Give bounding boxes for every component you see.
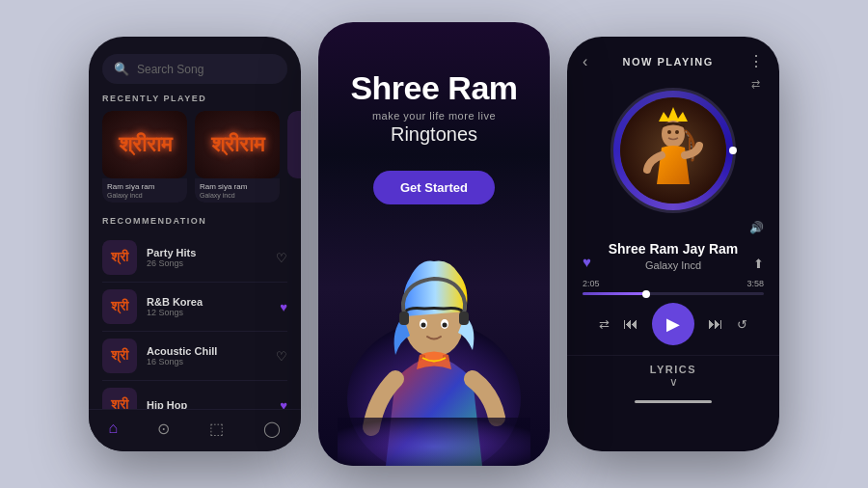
lyrics-label: LYRICS (567, 364, 779, 375)
repeat-button[interactable]: ↺ (737, 317, 747, 332)
shuffle-indicator: ⇄ (751, 78, 760, 91)
action-icons: ⬆ (753, 257, 764, 271)
song-title: Shree Ram Jay Ram (583, 240, 764, 258)
back-button[interactable]: ‹ (583, 53, 587, 70)
nav-inbox-icon[interactable]: ⬚ (209, 420, 224, 438)
album-art-2: श्रीराम (195, 111, 280, 178)
rec-title-4: Hip Hop (147, 399, 270, 409)
svg-point-6 (443, 323, 448, 328)
now-playing-header: ‹ NOW PLAYING ⋮ (567, 37, 779, 78)
phone-splash: Shree Ram make your life more live Ringt… (318, 22, 550, 466)
hero-ringtones: Ringtones (350, 123, 517, 146)
recently-played-list: श्रीराम Ram siya ram Galaxy incd श्रीराम… (89, 111, 301, 203)
album-title-2: Ram siya ram (200, 182, 275, 192)
hero-sub: make your life more live (350, 110, 517, 122)
nav-profile-icon[interactable]: ◯ (263, 420, 281, 438)
ram-text-1: श्रीराम (119, 134, 172, 155)
lyrics-section: LYRICS ∨ (567, 355, 779, 393)
volume-icon: 🔊 (749, 221, 764, 234)
rec-thumb-2: श्री (102, 289, 137, 324)
partial-number: 21 (287, 178, 301, 194)
shuffle-button[interactable]: ⇄ (599, 317, 610, 332)
now-playing-title: NOW PLAYING (623, 56, 714, 68)
rec-count-2: 12 Songs (147, 308, 270, 317)
scroll-indicator (635, 400, 712, 403)
album-info-1: Ram siya ram Galaxy incd (102, 178, 187, 203)
rec-thumb-4: श्री (102, 388, 137, 409)
rec-thumb-text-4: श्री (111, 397, 128, 409)
svg-rect-8 (459, 312, 469, 325)
song-info: ♥ Shree Ram Jay Ram Galaxy Incd ⬆ (567, 240, 779, 279)
time-total: 3:58 (746, 279, 764, 288)
rec-info-3: Acoustic Chill 16 Songs (147, 345, 266, 366)
hero-text: Shree Ram make your life more live Ringt… (331, 41, 536, 155)
rec-info-4: Hip Hop (147, 399, 270, 409)
play-icon: ▶ (666, 313, 680, 335)
progress-fill (583, 292, 646, 295)
rec-thumb-3: श्री (102, 339, 137, 373)
rec-info-1: Party Hits 26 Songs (147, 247, 266, 268)
album-art-partial: श्री (287, 111, 301, 178)
rec-thumb-text-2: श्री (111, 299, 128, 314)
album-subtitle-2: Galaxy incd (200, 192, 275, 199)
album-info-2: Ram siya ram Galaxy incd (195, 178, 280, 203)
heart-filled-icon: ♥ (583, 254, 591, 270)
phone-library: 🔍 Search Song RECENTLY PLAYED श्रीराम Ra… (89, 37, 301, 451)
song-artist: Galaxy Incd (583, 259, 764, 271)
rec-item-4[interactable]: श्री Hip Hop ♥ (102, 381, 287, 409)
svg-rect-7 (399, 312, 409, 325)
search-placeholder: Search Song (137, 63, 203, 76)
nav-home-icon[interactable]: ⌂ (109, 420, 119, 438)
rec-thumb-text-1: श्री (111, 250, 128, 265)
progress-thumb (642, 290, 650, 298)
rec-count-3: 16 Songs (147, 357, 266, 366)
svg-point-14 (675, 130, 679, 134)
recommendation-list: श्री Party Hits 26 Songs ♡ श्री R&B Kore… (89, 233, 301, 409)
search-bar[interactable]: 🔍 Search Song (102, 54, 287, 84)
bottom-bar (567, 393, 779, 411)
heart-icon-4[interactable]: ♥ (280, 398, 287, 409)
bottom-nav: ⌂ ⊙ ⬚ ◯ (89, 409, 301, 451)
svg-point-13 (667, 130, 671, 134)
favorite-button[interactable]: ♥ (583, 254, 591, 271)
next-button[interactable]: ⏭ (708, 315, 723, 333)
rec-info-2: R&B Korea 12 Songs (147, 296, 270, 317)
svg-rect-9 (338, 418, 530, 466)
recently-played-label: RECENTLY PLAYED (102, 94, 287, 103)
phone-now-playing: ‹ NOW PLAYING ⋮ ⇄ (567, 37, 779, 451)
vinyl-ring (610, 88, 736, 213)
girl-figure-container (318, 196, 550, 466)
ram-deity-art (620, 97, 726, 203)
hero-title: Shree Ram (350, 70, 517, 106)
rec-item-3[interactable]: श्री Acoustic Chill 16 Songs ♡ (102, 332, 287, 381)
album-subtitle-1: Galaxy incd (107, 192, 182, 199)
volume-row: 🔊 (567, 221, 779, 234)
rec-title-2: R&B Korea (147, 296, 270, 308)
progress-row: 2:05 3:58 (567, 279, 779, 295)
get-started-button[interactable]: Get Started (373, 171, 495, 204)
share-button[interactable]: ⬆ (753, 257, 764, 271)
rec-title-3: Acoustic Chill (147, 345, 266, 357)
time-row: 2:05 3:58 (583, 279, 764, 288)
rec-thumb-1: श्री (102, 240, 137, 275)
heart-icon-1[interactable]: ♡ (276, 251, 287, 265)
rec-count-1: 26 Songs (147, 258, 266, 268)
album-cover (620, 97, 726, 203)
previous-button[interactable]: ⏮ (623, 315, 638, 333)
lyrics-chevron-icon[interactable]: ∨ (567, 375, 779, 389)
heart-icon-3[interactable]: ♡ (276, 349, 287, 364)
recommendation-label: RECOMMENDATION (102, 216, 287, 226)
rec-item-2[interactable]: श्री R&B Korea 12 Songs ♥ (102, 283, 287, 332)
progress-bar[interactable] (583, 292, 764, 295)
phones-container: 🔍 Search Song RECENTLY PLAYED श्रीराम Ra… (0, 0, 868, 488)
menu-button[interactable]: ⋮ (748, 52, 764, 70)
nav-explore-icon[interactable]: ⊙ (157, 420, 170, 438)
play-pause-button[interactable]: ▶ (652, 303, 694, 345)
heart-icon-2[interactable]: ♥ (280, 300, 287, 314)
rec-thumb-text-3: श्री (111, 348, 128, 364)
album-card-1[interactable]: श्रीराम Ram siya ram Galaxy incd (102, 111, 187, 203)
svg-point-5 (421, 323, 426, 328)
album-card-2[interactable]: श्रीराम Ram siya ram Galaxy incd (195, 111, 280, 203)
rec-item-1[interactable]: श्री Party Hits 26 Songs ♡ (102, 233, 287, 283)
girl-illustration (338, 205, 530, 466)
